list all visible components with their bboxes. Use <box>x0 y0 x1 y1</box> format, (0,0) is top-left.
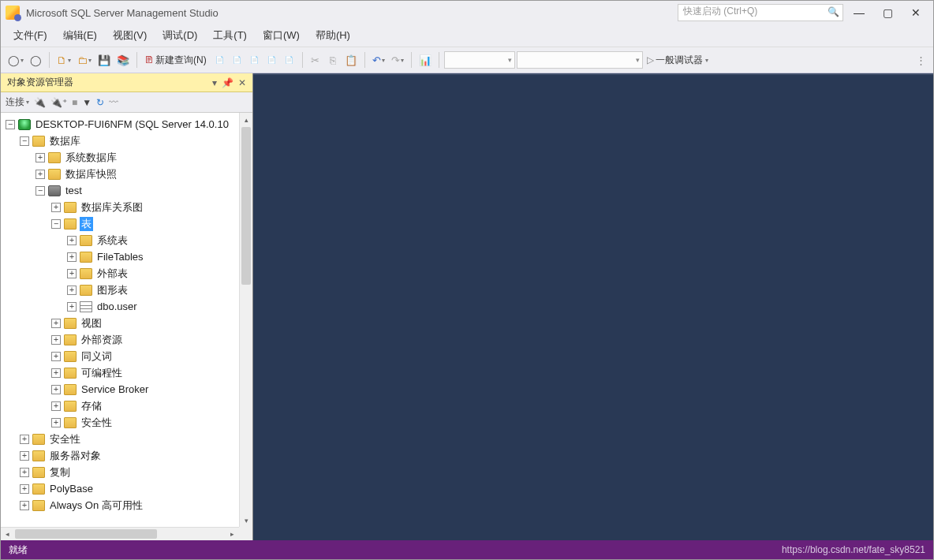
tree-node-ext-res[interactable]: +外部资源 <box>1 331 252 348</box>
collapse-icon[interactable]: − <box>6 120 15 129</box>
maximize-button[interactable]: ▢ <box>875 4 900 21</box>
expand-icon[interactable]: + <box>20 451 29 461</box>
nav-back-button[interactable]: ◯▾ <box>6 51 26 69</box>
expand-icon[interactable]: + <box>20 435 29 444</box>
tree-node-dbo-user[interactable]: +dbo.user <box>1 298 252 315</box>
save-all-button[interactable]: 📚 <box>114 51 132 69</box>
menu-tools[interactable]: 工具(T) <box>207 26 253 45</box>
expand-icon[interactable]: + <box>51 319 61 328</box>
save-button[interactable]: 💾 <box>95 51 113 69</box>
mdx-query-button[interactable]: 📄 <box>212 51 228 69</box>
collapse-icon[interactable]: − <box>20 136 29 146</box>
refresh-button[interactable]: ↻ <box>96 97 104 108</box>
tree-node-programmability[interactable]: +可编程性 <box>1 364 252 381</box>
tree-node-polybase[interactable]: +PolyBase <box>1 480 252 497</box>
dmx-query-button[interactable]: 📄 <box>230 51 245 69</box>
expand-icon[interactable]: + <box>35 170 45 179</box>
expand-icon[interactable]: + <box>20 468 29 477</box>
vertical-scrollbar[interactable]: ▴ ▾ <box>239 113 252 527</box>
new-project-button[interactable]: 🗋▾ <box>54 51 73 69</box>
paste-button[interactable]: 📋 <box>342 51 360 69</box>
tree-node-filetables[interactable]: +FileTables <box>1 248 252 265</box>
tree-node-storage[interactable]: +存储 <box>1 398 252 414</box>
menu-edit[interactable]: 编辑(E) <box>57 26 103 45</box>
scroll-thumb[interactable] <box>15 529 157 539</box>
tree-scroll-area[interactable]: −DESKTOP-FUI6NFM (SQL Server 14.0.10 −数据… <box>1 113 252 540</box>
toolbar-overflow-button[interactable]: ⋮ <box>913 51 928 69</box>
panel-pin-icon[interactable]: 📌 <box>222 77 234 88</box>
collapse-icon[interactable]: − <box>35 186 45 196</box>
expand-icon[interactable]: + <box>51 418 61 427</box>
tree-node-server[interactable]: −DESKTOP-FUI6NFM (SQL Server 14.0.10 <box>1 116 252 133</box>
horizontal-scrollbar[interactable]: ◂ ▸ <box>1 527 239 540</box>
menu-debug[interactable]: 调试(D) <box>156 26 204 45</box>
expand-icon[interactable]: + <box>67 302 77 312</box>
scroll-up-icon[interactable]: ▴ <box>240 113 252 126</box>
menu-view[interactable]: 视图(V) <box>106 26 153 45</box>
expand-icon[interactable]: + <box>35 153 45 162</box>
nav-forward-button[interactable]: ◯ <box>28 51 44 69</box>
solution-config-combo[interactable] <box>517 51 643 69</box>
panel-close-icon[interactable]: ✕ <box>238 77 246 88</box>
tree-node-databases[interactable]: −数据库 <box>1 133 252 149</box>
scroll-right-icon[interactable]: ▸ <box>226 528 239 540</box>
panel-dropdown-icon[interactable]: ▾ <box>212 77 217 88</box>
scroll-down-icon[interactable]: ▾ <box>240 513 252 527</box>
scroll-thumb[interactable] <box>241 127 251 285</box>
expand-icon[interactable]: + <box>67 269 77 278</box>
tree-node-synonyms[interactable]: +同义词 <box>1 348 252 364</box>
tree-node-test[interactable]: −test <box>1 182 252 199</box>
expand-icon[interactable]: + <box>51 401 61 411</box>
tree-node-security[interactable]: +安全性 <box>1 431 252 447</box>
tree-node-server-objects[interactable]: +服务器对象 <box>1 447 252 464</box>
quick-launch-input[interactable]: 快速启动 (Ctrl+Q) 🔍 <box>678 4 843 21</box>
tree-node-always-on[interactable]: +Always On 高可用性 <box>1 497 252 513</box>
connect-button[interactable]: 连接▾ <box>6 95 29 109</box>
debugger-button[interactable]: ▷ 一般调试器 ▾ <box>644 51 711 69</box>
expand-icon[interactable]: + <box>20 501 29 510</box>
expand-icon[interactable]: + <box>51 352 61 361</box>
menu-window[interactable]: 窗口(W) <box>256 26 306 45</box>
scroll-left-icon[interactable]: ◂ <box>1 528 14 540</box>
tree-node-db-diagram[interactable]: +数据库关系图 <box>1 199 252 215</box>
connect-server-button[interactable]: 🔌⁺ <box>50 97 67 108</box>
tree-node-security-db[interactable]: +安全性 <box>1 414 252 431</box>
tree-node-db-snapshot[interactable]: +数据库快照 <box>1 166 252 182</box>
expand-icon[interactable]: + <box>51 368 61 378</box>
undo-button[interactable]: ↶▾ <box>370 51 387 69</box>
close-button[interactable]: ✕ <box>903 4 928 21</box>
cut-button[interactable]: ✂ <box>308 51 323 69</box>
expand-icon[interactable]: + <box>51 335 61 345</box>
activity-monitor-button[interactable]: 📊 <box>417 51 434 69</box>
menu-file[interactable]: 文件(F) <box>7 26 54 45</box>
redo-button[interactable]: ↷▾ <box>389 51 406 69</box>
tree-node-graph-tables[interactable]: +图形表 <box>1 282 252 298</box>
disconnect-button[interactable]: 🔌 <box>34 97 46 108</box>
copy-button[interactable]: ⎘ <box>325 51 341 69</box>
tree-node-sys-tables[interactable]: +系统表 <box>1 232 252 248</box>
expand-icon[interactable]: + <box>67 286 77 295</box>
expand-icon[interactable]: + <box>67 252 77 262</box>
expand-icon[interactable]: + <box>67 236 77 245</box>
expand-icon[interactable]: + <box>51 385 61 394</box>
new-query-button[interactable]: 🖹 新建查询(N) <box>142 51 211 69</box>
collapse-icon[interactable]: − <box>51 219 61 229</box>
database-combo[interactable] <box>444 51 515 69</box>
tree-node-replication[interactable]: +复制 <box>1 464 252 480</box>
dax-query-button[interactable]: 📄 <box>282 51 297 69</box>
tree-node-tables[interactable]: −表 <box>1 215 252 232</box>
activity-button[interactable]: 〰 <box>109 97 118 108</box>
xmla-query-button[interactable]: 📄 <box>247 51 263 69</box>
filter-button[interactable]: ▼ <box>82 97 92 108</box>
menu-help[interactable]: 帮助(H) <box>309 26 357 45</box>
xmla-query-button-2[interactable]: 📄 <box>264 51 280 69</box>
minimize-button[interactable]: — <box>846 4 872 21</box>
expand-icon[interactable]: + <box>51 203 61 212</box>
expand-icon[interactable]: + <box>20 484 29 494</box>
open-file-button[interactable]: 🗀▾ <box>75 51 94 69</box>
tree-node-views[interactable]: +视图 <box>1 315 252 331</box>
tree-node-sys-db[interactable]: +系统数据库 <box>1 149 252 166</box>
tree-node-service-broker[interactable]: +Service Broker <box>1 381 252 398</box>
tree-node-ext-tables[interactable]: +外部表 <box>1 265 252 282</box>
stop-button[interactable]: ■ <box>72 97 77 108</box>
